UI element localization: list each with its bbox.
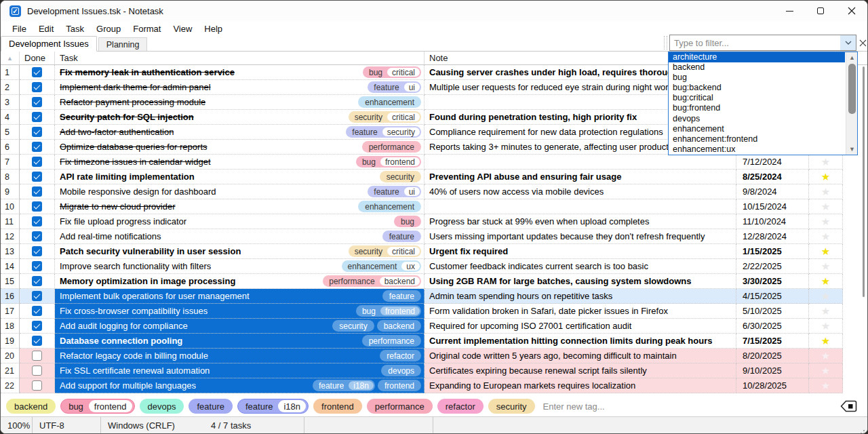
note-cell[interactable]: Form validation broken in Safari, date p…	[425, 304, 736, 319]
task-cell[interactable]: Security patch for SQL injectionsecurity…	[55, 110, 425, 125]
task-cell[interactable]: Optimize database queries for reportsper…	[55, 140, 425, 155]
note-cell[interactable]	[425, 199, 736, 214]
minimize-button[interactable]	[774, 1, 805, 21]
note-cell[interactable]: Admin team spending hours on repetitive …	[425, 289, 736, 304]
dropdown-option[interactable]: enhancement:ux	[669, 144, 845, 155]
checkbox-checked[interactable]	[32, 67, 42, 77]
star-cell[interactable]: ★	[809, 289, 843, 304]
dropdown-option[interactable]: bug:backend	[669, 83, 845, 93]
note-cell[interactable]: Current implementation hitting connectio…	[425, 334, 736, 349]
checkbox-checked[interactable]	[32, 201, 42, 212]
menu-item-view[interactable]: View	[167, 22, 198, 35]
scroll-down-icon[interactable]: ▼	[846, 144, 858, 155]
tag-pill[interactable]: devops	[140, 399, 184, 414]
row-number[interactable]: 1	[1, 65, 20, 80]
filter-input[interactable]	[669, 35, 856, 51]
tag-pill[interactable]: refactor	[437, 399, 484, 414]
star-cell[interactable]: ★	[809, 229, 843, 244]
star-cell[interactable]: ★	[809, 349, 843, 363]
checkbox-checked[interactable]	[32, 142, 42, 152]
row-number[interactable]: 17	[1, 304, 20, 319]
tag-pill[interactable]: bugfrontend	[60, 399, 134, 414]
star-empty-icon[interactable]: ★	[821, 380, 830, 391]
scrollbar-thumb[interactable]	[848, 64, 856, 114]
row-number[interactable]: 11	[1, 214, 20, 229]
dropdown-option[interactable]: bug	[669, 73, 845, 83]
checkbox-checked[interactable]	[32, 246, 42, 256]
scroll-up-icon[interactable]: ▲	[846, 52, 858, 63]
note-cell[interactable]: Certificates expiring because renewal sc…	[425, 363, 736, 378]
resize-grip-icon[interactable]	[863, 430, 865, 431]
checkbox-checked[interactable]	[32, 291, 42, 301]
task-cell[interactable]: Patch security vulnerability in user ses…	[55, 244, 425, 259]
star-cell[interactable]: ★	[809, 259, 843, 274]
row-number[interactable]: 6	[1, 140, 20, 155]
task-cell[interactable]: API rate limiting implementationsecurity	[55, 170, 425, 184]
star-cell[interactable]: ★	[809, 184, 843, 199]
menu-item-task[interactable]: Task	[60, 22, 90, 35]
row-number[interactable]: 16	[1, 289, 20, 304]
due-date[interactable]: 7/15/2025	[736, 334, 809, 349]
checkbox-checked[interactable]	[32, 306, 42, 316]
note-cell[interactable]	[425, 155, 736, 170]
checkbox-unchecked[interactable]	[32, 380, 42, 391]
column-header-done[interactable]: Done	[20, 52, 55, 64]
checkbox-checked[interactable]	[32, 172, 42, 182]
row-number[interactable]: 3	[1, 95, 20, 110]
star-empty-icon[interactable]: ★	[821, 351, 830, 361]
task-cell[interactable]: Database connection poolingperformance	[55, 334, 425, 349]
tag-pill[interactable]: performance	[367, 399, 433, 414]
due-date[interactable]: 10/15/2024	[736, 199, 809, 214]
toolbar-grip-icon[interactable]	[664, 36, 667, 50]
due-date[interactable]: 8/25/2024	[736, 170, 809, 184]
note-cell[interactable]: Expanding to European markets requires l…	[425, 378, 736, 393]
due-date[interactable]: 4/15/2025	[736, 289, 809, 304]
task-cell[interactable]: Improve search functionality with filter…	[55, 259, 425, 274]
checkbox-checked[interactable]	[32, 157, 42, 167]
star-empty-icon[interactable]: ★	[821, 291, 830, 301]
task-cell[interactable]: Add support for multiple languagesfeatur…	[55, 378, 425, 393]
checkbox-checked[interactable]	[32, 127, 42, 137]
star-filled-icon[interactable]: ★	[821, 246, 830, 256]
task-cell[interactable]: Fix timezone issues in calendar widgetbu…	[55, 155, 425, 170]
filter-clear-button[interactable]	[858, 37, 868, 49]
menu-item-help[interactable]: Help	[198, 22, 229, 35]
star-filled-icon[interactable]: ★	[821, 336, 830, 346]
task-cell[interactable]: Implement dark theme for admin panelfeat…	[55, 80, 425, 95]
dropdown-option[interactable]: enhancement	[669, 124, 845, 134]
dropdown-option[interactable]: architecture	[669, 52, 845, 62]
task-cell[interactable]: Migrate to new cloud providerenhancement	[55, 199, 425, 214]
tag-pill[interactable]: featurei18n	[237, 399, 309, 414]
due-date[interactable]: 7/12/2024	[736, 155, 809, 170]
tab-planning[interactable]: Planning	[98, 37, 148, 51]
note-cell[interactable]: Original code written 5 years ago, becom…	[425, 349, 736, 363]
due-date[interactable]: 11/10/2024	[736, 214, 809, 229]
checkbox-checked[interactable]	[32, 82, 42, 92]
dropdown-option[interactable]: enhancement:frontend	[669, 134, 845, 144]
new-tag-input[interactable]	[540, 401, 835, 412]
star-cell[interactable]: ★	[809, 304, 843, 319]
task-cell[interactable]: Fix SSL certificate renewal automationde…	[55, 363, 425, 378]
row-number[interactable]: 10	[1, 199, 20, 214]
star-cell[interactable]: ★	[809, 319, 843, 334]
due-date[interactable]: 5/10/2025	[736, 304, 809, 319]
task-cell[interactable]: Refactor legacy code in billing modulere…	[55, 349, 425, 363]
star-cell[interactable]: ★	[809, 363, 843, 378]
star-empty-icon[interactable]: ★	[821, 201, 830, 212]
row-number[interactable]: 15	[1, 274, 20, 289]
task-cell[interactable]: Mobile responsive design for dashboardfe…	[55, 184, 425, 199]
note-cell[interactable]: Urgent fix required	[425, 244, 736, 259]
task-cell[interactable]: Add two-factor authenticationfeaturesecu…	[55, 125, 425, 140]
star-cell[interactable]: ★	[809, 274, 843, 289]
dropdown-scrollbar[interactable]: ▲ ▼	[846, 52, 857, 155]
due-date[interactable]: 9/8/2024	[736, 184, 809, 199]
checkbox-checked[interactable]	[32, 112, 42, 122]
star-cell[interactable]: ★	[809, 244, 843, 259]
row-number[interactable]: 18	[1, 319, 20, 334]
note-cell[interactable]: 40% of users now access via mobile devic…	[425, 184, 736, 199]
star-cell[interactable]: ★	[809, 214, 843, 229]
note-cell[interactable]: Progress bar stuck at 99% even when uplo…	[425, 214, 736, 229]
star-filled-icon[interactable]: ★	[821, 276, 830, 286]
star-cell[interactable]: ★	[809, 155, 843, 170]
menu-item-group[interactable]: Group	[90, 22, 127, 35]
